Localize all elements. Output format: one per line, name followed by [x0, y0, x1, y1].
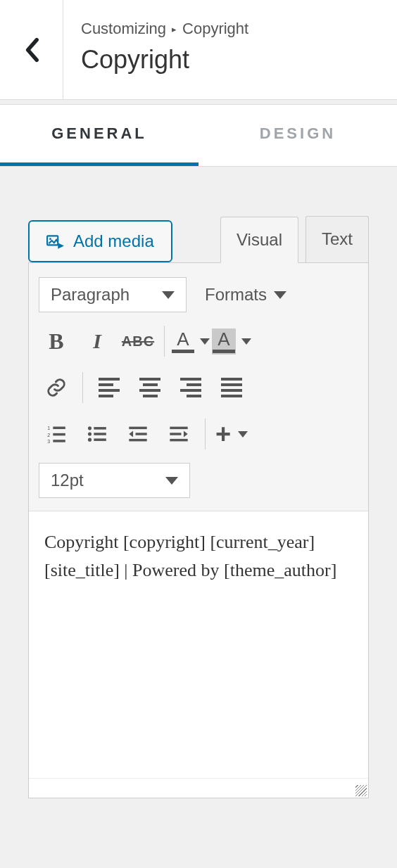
chevron-left-icon [24, 37, 39, 63]
link-button[interactable] [39, 370, 74, 405]
header-titles: Customizing ▸ Copyright Copyright [63, 0, 397, 99]
svg-rect-17 [170, 427, 187, 429]
outdent-icon [127, 424, 149, 444]
font-size-select[interactable]: 12pt [39, 463, 190, 498]
rich-text-editor: Paragraph Formats B I ABC A [28, 262, 369, 798]
breadcrumb: Customizing ▸ Copyright [81, 20, 379, 38]
align-left-icon [99, 378, 120, 397]
background-color-icon: A [212, 328, 236, 355]
align-left-button[interactable] [92, 370, 127, 405]
formats-select[interactable]: Formats [205, 285, 286, 305]
align-center-icon [139, 378, 160, 397]
svg-rect-5 [53, 427, 65, 430]
bold-button[interactable]: B [39, 324, 74, 359]
svg-rect-15 [136, 433, 147, 435]
insert-button[interactable]: + [214, 416, 249, 452]
strikethrough-button[interactable]: ABC [120, 324, 156, 359]
bullet-list-button[interactable] [80, 416, 115, 452]
toolbar-divider [164, 326, 165, 357]
tab-general[interactable]: GENERAL [0, 105, 198, 166]
paragraph-select-label: Paragraph [51, 285, 130, 305]
toolbar-divider [205, 419, 206, 449]
svg-rect-7 [53, 440, 65, 442]
paragraph-select[interactable]: Paragraph [39, 277, 187, 312]
svg-text:1: 1 [47, 426, 50, 430]
font-size-label: 12pt [51, 471, 84, 490]
bullet-list-icon [87, 424, 107, 444]
svg-rect-18 [170, 433, 181, 435]
resize-handle[interactable] [355, 785, 367, 796]
caret-down-icon [165, 477, 178, 485]
caret-down-icon [162, 291, 175, 299]
svg-point-10 [88, 438, 92, 442]
media-icon [46, 232, 65, 250]
editor-mode-tabs: Visual Text [220, 216, 369, 262]
italic-button[interactable]: I [80, 324, 115, 359]
toolbar-divider [82, 372, 83, 403]
editor-toolbar: Paragraph Formats B I ABC A [29, 263, 368, 511]
formats-label: Formats [205, 285, 267, 305]
editor-header: Add media Visual Text [28, 216, 369, 262]
svg-rect-12 [94, 433, 106, 435]
svg-point-1 [49, 238, 51, 240]
svg-point-8 [88, 426, 92, 430]
align-justify-button[interactable] [214, 370, 249, 405]
svg-point-9 [88, 432, 92, 435]
breadcrumb-root: Customizing [81, 20, 166, 38]
svg-rect-14 [129, 427, 146, 429]
svg-rect-19 [170, 439, 187, 441]
breadcrumb-separator-icon: ▸ [172, 24, 177, 34]
breadcrumb-current: Copyright [182, 20, 248, 38]
caret-down-icon [238, 431, 248, 438]
indent-button[interactable] [161, 416, 196, 452]
text-color-icon: A [172, 330, 194, 353]
outdent-button[interactable] [120, 416, 156, 452]
editor-content[interactable]: Copyright [copyright] [current_year] [si… [29, 511, 368, 778]
customizer-panel: Add media Visual Text Paragraph Formats … [0, 167, 397, 798]
background-color-button[interactable]: A [214, 324, 249, 359]
link-icon [46, 377, 67, 398]
caret-down-icon [241, 338, 251, 345]
align-right-icon [180, 378, 201, 397]
align-center-button[interactable] [132, 370, 168, 405]
customizer-header: Customizing ▸ Copyright Copyright [0, 0, 397, 100]
align-right-button[interactable] [173, 370, 208, 405]
svg-rect-13 [94, 438, 106, 441]
svg-rect-11 [94, 427, 106, 430]
add-media-label: Add media [73, 231, 154, 251]
numbered-list-button[interactable]: 1 2 3 [39, 416, 74, 452]
editor-footer [29, 778, 368, 798]
editor-tab-text[interactable]: Text [305, 216, 369, 262]
back-button[interactable] [0, 0, 63, 99]
numbered-list-icon: 1 2 3 [46, 424, 66, 444]
caret-down-icon [274, 291, 286, 299]
svg-text:2: 2 [47, 433, 50, 438]
editor-tab-visual[interactable]: Visual [220, 217, 298, 263]
caret-down-icon [200, 338, 210, 345]
customizer-tabs: GENERAL DESIGN [0, 104, 397, 167]
plus-icon: + [215, 421, 231, 447]
text-color-button[interactable]: A [173, 324, 208, 359]
add-media-button[interactable]: Add media [28, 220, 172, 262]
svg-rect-16 [129, 439, 146, 441]
svg-text:3: 3 [47, 439, 50, 444]
tab-design[interactable]: DESIGN [198, 105, 397, 166]
page-title: Copyright [81, 45, 379, 75]
svg-rect-6 [53, 433, 65, 436]
align-justify-icon [221, 378, 242, 397]
indent-icon [168, 424, 189, 444]
